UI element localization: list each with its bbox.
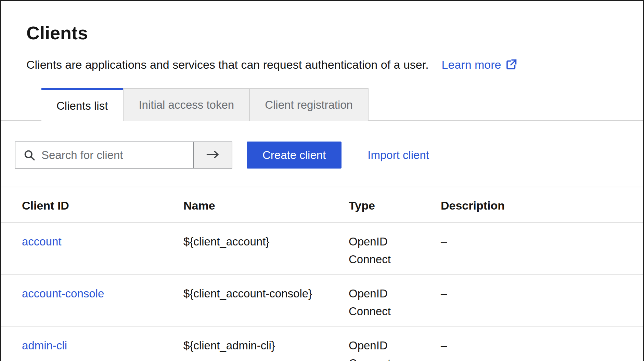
- learn-more-label: Learn more: [442, 57, 501, 72]
- client-id-link[interactable]: account: [22, 235, 62, 248]
- client-name: ${client_account}: [183, 222, 349, 274]
- client-type: OpenID Connect: [349, 233, 405, 268]
- client-type: OpenID Connect: [349, 337, 405, 361]
- client-type: OpenID Connect: [349, 285, 405, 320]
- tab-clients-list[interactable]: Clients list: [41, 88, 123, 122]
- tab-label: Initial access token: [139, 98, 234, 111]
- page-header: Clients Clients are applications and ser…: [1, 1, 643, 72]
- tab-bar: Clients list Initial access token Client…: [1, 88, 643, 121]
- column-header-description: Description: [441, 187, 643, 222]
- column-header-client-id: Client ID: [1, 187, 183, 222]
- column-header-type: Type: [349, 187, 441, 222]
- table-header-row: Client ID Name Type Description: [1, 187, 643, 222]
- client-description: –: [441, 274, 643, 326]
- table-row: account-console ${client_account-console…: [1, 274, 643, 326]
- page-description: Clients are applications and services th…: [26, 57, 618, 72]
- import-client-link[interactable]: Import client: [368, 149, 429, 162]
- column-header-name: Name: [183, 187, 349, 222]
- tab-label: Client registration: [265, 98, 353, 111]
- tab-label: Clients list: [56, 99, 108, 112]
- client-name: ${client_admin-cli}: [183, 326, 349, 361]
- client-description: –: [441, 326, 643, 361]
- learn-more-link[interactable]: Learn more: [442, 57, 518, 72]
- create-client-button[interactable]: Create client: [247, 142, 342, 169]
- client-description: –: [441, 222, 643, 274]
- tab-initial-access-token[interactable]: Initial access token: [123, 88, 250, 121]
- search-input[interactable]: [35, 142, 193, 168]
- page-title: Clients: [26, 22, 618, 43]
- table-row: account ${client_account} OpenID Connect…: [1, 222, 643, 274]
- client-id-link[interactable]: account-console: [22, 287, 104, 300]
- search-submit-button[interactable]: [193, 142, 232, 168]
- client-id-link[interactable]: admin-cli: [22, 339, 67, 352]
- client-name: ${client_account-console}: [183, 274, 349, 326]
- search-icon: [15, 142, 35, 168]
- table-header: Client ID Name Type Description: [1, 187, 643, 222]
- search-group: [15, 142, 232, 169]
- arrow-right-icon: [206, 149, 220, 161]
- external-link-icon: [505, 58, 517, 71]
- toolbar: Create client Import client: [1, 121, 643, 187]
- page-description-text: Clients are applications and services th…: [26, 57, 429, 72]
- table-row: admin-cli ${client_admin-cli} OpenID Con…: [1, 326, 643, 361]
- clients-table: Client ID Name Type Description account …: [1, 187, 643, 361]
- tab-client-registration[interactable]: Client registration: [250, 88, 369, 121]
- clients-page: Clients Clients are applications and ser…: [1, 1, 643, 361]
